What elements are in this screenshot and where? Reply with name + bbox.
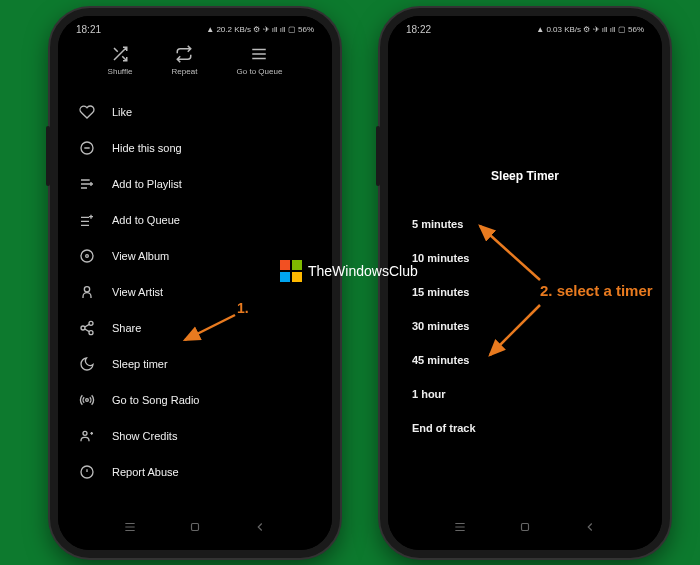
menu-view-album[interactable]: View Album — [58, 238, 332, 274]
status-indicators: ▲ 0.03 KB/s ⚙ ✈ ıll ıll ▢ 56% — [536, 25, 644, 34]
menu-add-playlist[interactable]: Add to Playlist — [58, 166, 332, 202]
shuffle-icon — [111, 45, 129, 63]
android-nav-bar — [58, 510, 332, 544]
menu-like[interactable]: Like — [58, 94, 332, 130]
sleep-timer-title: Sleep Timer — [388, 169, 662, 183]
menu-add-queue[interactable]: Add to Queue — [58, 202, 332, 238]
menu-label: Share — [112, 322, 141, 334]
status-time: 18:22 — [406, 24, 431, 35]
nav-recent-icon[interactable] — [451, 518, 469, 536]
repeat-button[interactable]: Repeat — [172, 45, 198, 76]
status-bar: 18:22 ▲ 0.03 KB/s ⚙ ✈ ıll ıll ▢ 56% — [388, 16, 662, 39]
svg-rect-10 — [191, 524, 198, 531]
menu-song-radio[interactable]: Go to Song Radio — [58, 382, 332, 418]
hide-icon — [78, 139, 96, 157]
phone-screen-right: 18:22 ▲ 0.03 KB/s ⚙ ✈ ıll ıll ▢ 56% Slee… — [388, 16, 662, 550]
android-nav-bar — [388, 510, 662, 544]
toolbar-label: Go to Queue — [237, 67, 283, 76]
svg-point-1 — [81, 250, 93, 262]
menu-label: View Album — [112, 250, 169, 262]
share-icon — [78, 319, 96, 337]
sleep-timer-panel: Sleep Timer 5 minutes 10 minutes 15 minu… — [388, 39, 662, 445]
phone-mockup-right: 18:22 ▲ 0.03 KB/s ⚙ ✈ ıll ıll ▢ 56% Slee… — [380, 8, 670, 558]
toolbar-label: Shuffle — [108, 67, 133, 76]
menu-label: Like — [112, 106, 132, 118]
menu-label: Add to Playlist — [112, 178, 182, 190]
context-menu: Like Hide this song Add to Playlist Add … — [58, 90, 332, 494]
goto-queue-button[interactable]: Go to Queue — [237, 45, 283, 76]
status-time: 18:21 — [76, 24, 101, 35]
svg-point-2 — [86, 255, 89, 258]
svg-point-8 — [83, 431, 87, 435]
svg-rect-11 — [521, 524, 528, 531]
add-queue-icon — [78, 211, 96, 229]
menu-view-artist[interactable]: View Artist — [58, 274, 332, 310]
menu-label: View Artist — [112, 286, 163, 298]
nav-home-icon[interactable] — [186, 518, 204, 536]
sleep-option-15min[interactable]: 15 minutes — [412, 275, 638, 309]
artist-icon — [78, 283, 96, 301]
repeat-icon — [175, 45, 193, 63]
phone-screen-left: 18:21 ▲ 20.2 KB/s ⚙ ✈ ıll ıll ▢ 56% Shuf… — [58, 16, 332, 550]
sleep-option-30min[interactable]: 30 minutes — [412, 309, 638, 343]
svg-point-3 — [84, 287, 89, 292]
add-playlist-icon — [78, 175, 96, 193]
shuffle-button[interactable]: Shuffle — [108, 45, 133, 76]
nav-back-icon[interactable] — [251, 518, 269, 536]
nav-back-icon[interactable] — [581, 518, 599, 536]
svg-point-7 — [86, 399, 89, 402]
status-indicators: ▲ 20.2 KB/s ⚙ ✈ ıll ıll ▢ 56% — [206, 25, 314, 34]
menu-label: Show Credits — [112, 430, 177, 442]
sleep-timer-options: 5 minutes 10 minutes 15 minutes 30 minut… — [388, 207, 662, 445]
menu-label: Add to Queue — [112, 214, 180, 226]
status-bar: 18:21 ▲ 20.2 KB/s ⚙ ✈ ıll ıll ▢ 56% — [58, 16, 332, 39]
sleep-option-1hour[interactable]: 1 hour — [412, 377, 638, 411]
sleep-option-5min[interactable]: 5 minutes — [412, 207, 638, 241]
player-toolbar: Shuffle Repeat Go to Queue — [58, 39, 332, 90]
menu-label: Hide this song — [112, 142, 182, 154]
credits-icon — [78, 427, 96, 445]
menu-label: Go to Song Radio — [112, 394, 199, 406]
sleep-option-endtrack[interactable]: End of track — [412, 411, 638, 445]
menu-sleep-timer[interactable]: Sleep timer — [58, 346, 332, 382]
menu-label: Sleep timer — [112, 358, 168, 370]
menu-hide-song[interactable]: Hide this song — [58, 130, 332, 166]
nav-recent-icon[interactable] — [121, 518, 139, 536]
svg-point-4 — [89, 321, 93, 325]
svg-point-6 — [89, 331, 93, 335]
report-icon — [78, 463, 96, 481]
menu-show-credits[interactable]: Show Credits — [58, 418, 332, 454]
menu-label: Report Abuse — [112, 466, 179, 478]
heart-icon — [78, 103, 96, 121]
phone-mockup-left: 18:21 ▲ 20.2 KB/s ⚙ ✈ ıll ıll ▢ 56% Shuf… — [50, 8, 340, 558]
album-icon — [78, 247, 96, 265]
menu-report-abuse[interactable]: Report Abuse — [58, 454, 332, 490]
toolbar-label: Repeat — [172, 67, 198, 76]
svg-point-5 — [81, 326, 85, 330]
sleep-option-10min[interactable]: 10 minutes — [412, 241, 638, 275]
sleep-option-45min[interactable]: 45 minutes — [412, 343, 638, 377]
menu-share[interactable]: Share — [58, 310, 332, 346]
radio-icon — [78, 391, 96, 409]
queue-icon — [250, 45, 268, 63]
nav-home-icon[interactable] — [516, 518, 534, 536]
moon-icon — [78, 355, 96, 373]
